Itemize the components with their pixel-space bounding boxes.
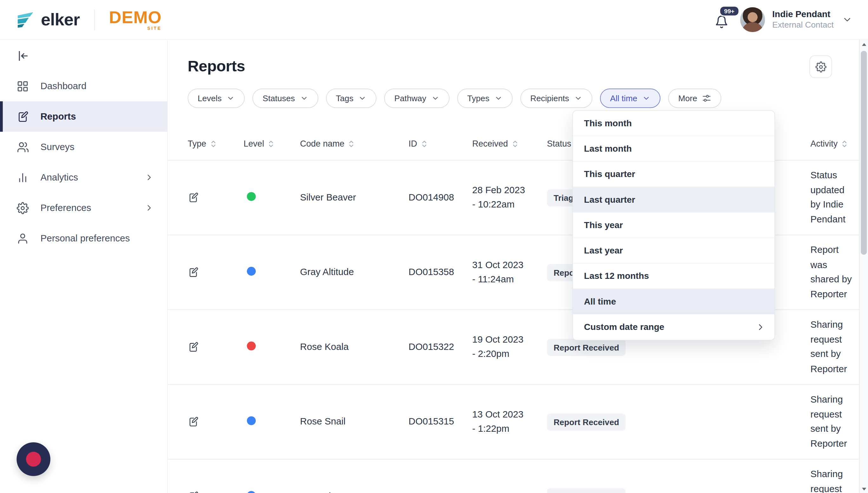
- level-indicator: [247, 416, 256, 425]
- dashboard-icon: [17, 80, 30, 92]
- report-type-icon: [188, 416, 199, 427]
- chevron-down-icon: [359, 94, 367, 103]
- column-header-activity[interactable]: Activity: [810, 138, 860, 148]
- user-name: Indie Pendant: [772, 9, 833, 20]
- user-menu[interactable]: Indie Pendant External Contact: [740, 7, 852, 33]
- table-settings-button[interactable]: [809, 55, 832, 78]
- filter-date-range[interactable]: All time: [600, 88, 661, 108]
- record-dot-icon: [26, 452, 41, 467]
- sidebar-item-preferences[interactable]: Preferences: [0, 193, 167, 223]
- report-type-icon: [188, 192, 199, 203]
- received-date: 31 Oct 2023 - 11:24am: [472, 258, 525, 287]
- level-indicator: [247, 192, 256, 201]
- notifications-button[interactable]: 99+: [715, 10, 731, 29]
- chevron-down-icon: [431, 94, 439, 103]
- date-option-this-year[interactable]: This year: [573, 213, 775, 238]
- activity-text: Sharing request sent by Reporter: [810, 318, 860, 377]
- topbar-right: 99+ Indie Pendant External Contact: [715, 7, 852, 33]
- topbar-divider: [94, 9, 94, 30]
- analytics-icon: [17, 171, 30, 184]
- filter-tags[interactable]: Tags: [326, 88, 376, 108]
- sidebar-collapse-button[interactable]: [16, 49, 31, 64]
- vertical-scrollbar[interactable]: [859, 40, 868, 493]
- column-header-type[interactable]: Type: [188, 138, 244, 148]
- table-row[interactable]: Lavender DO015311 12 Oct 2023 Report Rec…: [168, 459, 859, 493]
- sort-icon: [512, 140, 517, 148]
- chevron-right-icon: [144, 203, 154, 213]
- sidebar-item-label: Dashboard: [40, 81, 86, 92]
- sidebar-item-surveys[interactable]: Surveys: [0, 132, 167, 162]
- chevron-down-icon: [842, 14, 852, 25]
- filter-levels[interactable]: Levels: [188, 88, 245, 108]
- date-option-last-quarter[interactable]: Last quarter: [573, 187, 775, 213]
- report-id: DO015315: [409, 416, 472, 427]
- sidebar-item-reports[interactable]: Reports: [0, 101, 167, 132]
- filter-recipients[interactable]: Recipients: [520, 88, 592, 108]
- code-name: Gray Altitude: [300, 267, 409, 278]
- scrollbar-thumb[interactable]: [861, 51, 867, 255]
- scroll-down-arrow[interactable]: [860, 485, 868, 493]
- chevron-down-icon: [574, 94, 583, 103]
- column-header-id[interactable]: ID: [409, 138, 472, 148]
- date-option-custom-range[interactable]: Custom date range: [573, 315, 775, 340]
- sort-icon: [842, 140, 847, 148]
- sidebar-item-analytics[interactable]: Analytics: [0, 162, 167, 193]
- chevron-right-icon: [756, 322, 765, 332]
- reports-icon: [17, 110, 30, 123]
- chevron-down-icon: [494, 94, 502, 103]
- topbar: elker DEMO SITE 99+ Indie Pendant Extern…: [0, 0, 868, 40]
- level-indicator: [247, 266, 256, 275]
- date-option-last-12-months[interactable]: Last 12 months: [573, 264, 775, 289]
- date-option-this-month[interactable]: This month: [573, 111, 775, 136]
- user-text: Indie Pendant External Contact: [772, 9, 833, 30]
- date-option-last-month[interactable]: Last month: [573, 136, 775, 162]
- sort-icon: [421, 140, 427, 148]
- sidebar-item-label: Surveys: [40, 142, 74, 153]
- sidebar-nav: Dashboard Reports Surveys Analytics: [0, 71, 167, 254]
- column-header-received[interactable]: Received: [472, 138, 547, 148]
- received-date: 12 Oct 2023: [472, 489, 525, 493]
- sliders-icon: [702, 93, 712, 103]
- column-header-level[interactable]: Level: [244, 138, 300, 148]
- received-date: 13 Oct 2023 - 1:22pm: [472, 407, 525, 436]
- status-badge: Report Received: [547, 488, 626, 493]
- triangle-up-icon: [862, 43, 866, 46]
- report-id: DO015358: [409, 267, 472, 278]
- gear-icon: [17, 202, 30, 214]
- sidebar-item-label: Personal preferences: [40, 233, 130, 244]
- table-row[interactable]: Rose Snail DO015315 13 Oct 2023 - 1:22pm…: [168, 385, 859, 460]
- sidebar-item-personal-preferences[interactable]: Personal preferences: [0, 223, 167, 254]
- sort-icon: [349, 140, 354, 148]
- column-header-code-name[interactable]: Code name: [300, 138, 409, 148]
- chat-widget-button[interactable]: [17, 442, 50, 476]
- brand-logo[interactable]: elker: [16, 10, 80, 30]
- activity-text: Sharing request sent by Reporter: [810, 392, 860, 451]
- person-icon: [17, 232, 30, 244]
- status-badge: Report Received: [547, 413, 626, 430]
- level-indicator: [247, 491, 256, 493]
- report-type-icon: [188, 491, 199, 493]
- code-name: Rose Koala: [300, 342, 409, 353]
- chevron-down-icon: [642, 94, 650, 103]
- sidebar-item-label: Reports: [40, 111, 76, 122]
- filter-types[interactable]: Types: [457, 88, 513, 108]
- collapse-sidebar-icon: [17, 49, 30, 62]
- filter-more[interactable]: More: [669, 88, 722, 108]
- activity-text: Sharing request sent by Reporter: [810, 467, 860, 493]
- scroll-up-arrow[interactable]: [860, 40, 868, 49]
- sidebar-item-dashboard[interactable]: Dashboard: [0, 71, 167, 101]
- report-type-icon: [188, 267, 199, 278]
- elker-logo-icon: [16, 11, 36, 28]
- brand-name: elker: [41, 10, 80, 30]
- date-option-all-time[interactable]: All time: [573, 289, 775, 315]
- sort-icon: [268, 140, 274, 148]
- environment-label: DEMO: [109, 8, 162, 26]
- surveys-icon: [17, 141, 30, 153]
- filter-pathway[interactable]: Pathway: [385, 88, 450, 108]
- chevron-down-icon: [226, 94, 235, 103]
- date-option-last-year[interactable]: Last year: [573, 238, 775, 263]
- date-option-this-quarter[interactable]: This quarter: [573, 162, 775, 187]
- sidebar-item-label: Preferences: [40, 202, 91, 214]
- sidebar: Dashboard Reports Surveys Analytics: [0, 40, 168, 493]
- filter-statuses[interactable]: Statuses: [253, 88, 318, 108]
